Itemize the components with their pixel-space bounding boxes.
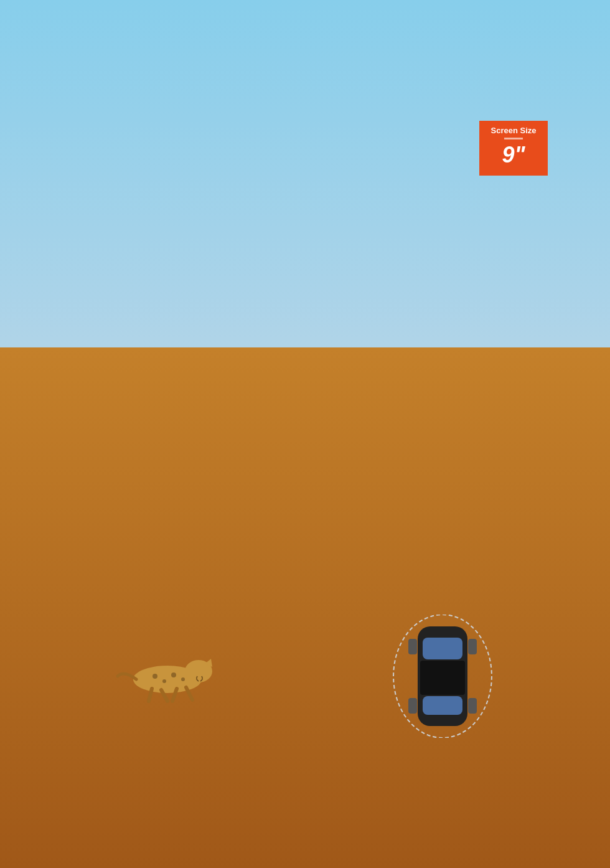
car-container: ↙ ↘ bbox=[393, 614, 492, 738]
badge-divider bbox=[504, 138, 523, 139]
section-ips: IPS Full Screen View No light reflecting… bbox=[0, 393, 610, 778]
feature-cheetah: Super Fast Response bbox=[37, 614, 298, 753]
car-topview-svg bbox=[405, 620, 480, 732]
windshield-front bbox=[423, 638, 462, 659]
tail bbox=[118, 674, 136, 679]
car-cabin bbox=[420, 661, 465, 695]
spot-4 bbox=[181, 677, 185, 681]
wheel-fl bbox=[408, 639, 417, 654]
feature-grid: No light reflecting under 360° direct su… bbox=[37, 460, 573, 753]
badge-size: 9" bbox=[486, 142, 542, 168]
spot-2 bbox=[162, 679, 166, 683]
cheetah-image bbox=[37, 614, 298, 738]
windshield-rear bbox=[423, 696, 462, 715]
cheetah-svg bbox=[105, 645, 230, 707]
wheel-fr bbox=[468, 639, 477, 654]
wheel-rr bbox=[468, 698, 477, 714]
spot-1 bbox=[152, 674, 157, 679]
screen-size-badge: Screen Size 9" bbox=[479, 121, 548, 176]
badge-label: Screen Size bbox=[486, 126, 542, 135]
wheel-rl bbox=[408, 698, 417, 714]
car-ring bbox=[393, 614, 492, 738]
spot-3 bbox=[171, 672, 176, 677]
